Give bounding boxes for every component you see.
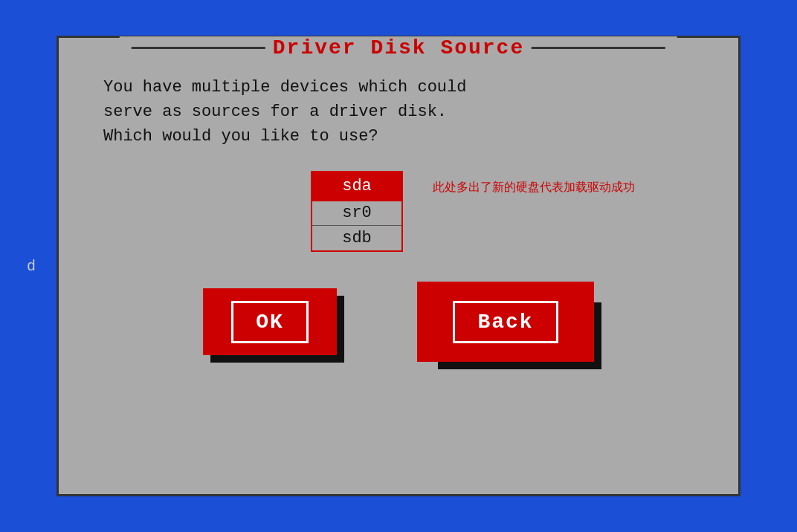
dialog-title: Driver Disk Source: [273, 36, 524, 59]
back-button-inner: Back: [453, 301, 558, 343]
desc-line3: Which would you like to use?: [103, 124, 694, 149]
desc-line2: serve as sources for a driver disk.: [103, 100, 694, 124]
ok-button[interactable]: OK: [203, 288, 337, 355]
desc-line1: You have multiple devices which could: [103, 75, 694, 100]
dialog-box: Driver Disk Source You have multiple dev…: [57, 36, 740, 496]
title-bar-line-left: [132, 47, 265, 49]
description-text: You have multiple devices which could se…: [103, 75, 694, 149]
ok-button-wrapper: OK: [203, 288, 337, 355]
title-bar-line-right: [532, 47, 665, 49]
list-item-sda[interactable]: sda: [312, 172, 401, 200]
ok-button-label: OK: [256, 311, 284, 334]
list-item-sdb[interactable]: sdb: [312, 226, 401, 250]
list-area: sda sr0 sdb 此处多出了新的硬盘代表加载驱动成功: [103, 171, 694, 252]
annotation-text: 此处多出了新的硬盘代表加载驱动成功: [433, 180, 635, 195]
left-edge-label: d: [27, 258, 36, 275]
back-button-wrapper: Back: [417, 282, 594, 362]
back-button-label: Back: [477, 311, 533, 334]
dialog-content: You have multiple devices which could se…: [59, 38, 738, 384]
list-item-sr0[interactable]: sr0: [312, 201, 401, 225]
back-button-container[interactable]: Back: [417, 282, 594, 362]
device-list[interactable]: sda sr0 sdb: [311, 171, 403, 252]
back-button[interactable]: Back: [424, 288, 587, 355]
title-bar: Driver Disk Source: [120, 36, 677, 59]
ok-button-inner: OK: [231, 301, 309, 343]
screen-container: d Driver Disk Source You have multiple d…: [27, 21, 770, 511]
buttons-area: OK Back: [103, 282, 694, 362]
